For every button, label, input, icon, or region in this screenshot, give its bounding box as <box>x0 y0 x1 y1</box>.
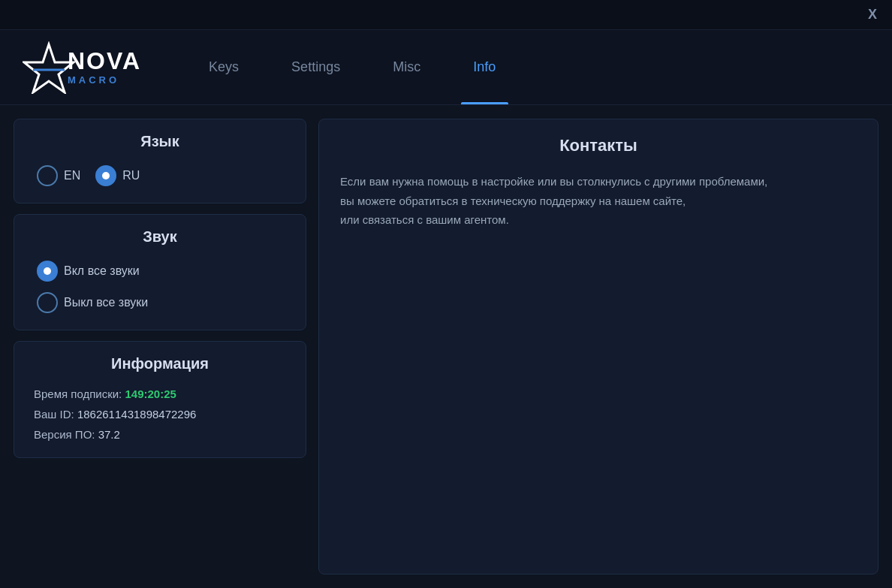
sound-on-radio[interactable] <box>37 261 58 282</box>
language-en-radio[interactable] <box>37 165 58 186</box>
left-panel: Язык EN RU Звук Вкл все звуки <box>14 119 306 574</box>
sound-on-label: Вкл все звуки <box>64 264 140 278</box>
information-rows: Время подписки: 149:20:25 Ваш ID: 186261… <box>31 384 289 444</box>
contacts-title: Контакты <box>340 136 857 155</box>
sound-card: Звук Вкл все звуки Выкл все звуки <box>14 214 306 330</box>
sound-on-option[interactable]: Вкл все звуки <box>37 261 283 282</box>
subscription-time-value: 149:20:25 <box>125 387 176 400</box>
sound-title: Звук <box>31 228 289 246</box>
tab-misc[interactable]: Misc <box>370 30 443 104</box>
language-title: Язык <box>31 133 289 150</box>
logo-text: NOVA MACRO <box>68 49 141 86</box>
information-card: Информация Время подписки: 149:20:25 Ваш… <box>14 341 306 458</box>
sound-off-option[interactable]: Выкл все звуки <box>37 292 283 313</box>
version-label: Версия ПО: <box>34 428 95 441</box>
language-card: Язык EN RU <box>14 119 306 204</box>
sound-off-label: Выкл все звуки <box>64 296 148 309</box>
language-ru-radio[interactable] <box>95 165 116 186</box>
sound-off-radio[interactable] <box>37 292 58 313</box>
right-panel: Контакты Если вам нужна помощь в настрой… <box>318 119 878 574</box>
tab-settings[interactable]: Settings <box>269 30 363 104</box>
user-id-row: Ваш ID: 1862611431898472296 <box>34 408 286 421</box>
sound-options: Вкл все звуки Выкл все звуки <box>31 258 289 316</box>
contact-text: Если вам нужна помощь в настройке или вы… <box>340 172 857 230</box>
logo: NOVA MACRO <box>23 41 141 94</box>
content-area: Язык EN RU Звук Вкл все звуки <box>0 105 892 588</box>
version-row: Версия ПО: 37.2 <box>34 428 286 441</box>
language-en-option[interactable]: EN <box>37 165 80 186</box>
language-options: EN RU <box>31 162 289 189</box>
logo-nova-label: NOVA <box>68 49 141 73</box>
header: NOVA MACRO Keys Settings Misc Info <box>0 30 892 105</box>
version-value: 37.2 <box>98 428 120 441</box>
subscription-time-row: Время подписки: 149:20:25 <box>34 387 286 400</box>
user-id-label: Ваш ID: <box>34 408 74 421</box>
logo-macro-label: MACRO <box>68 74 141 86</box>
close-button[interactable]: X <box>862 5 883 26</box>
language-ru-label: RU <box>122 169 140 182</box>
titlebar: X <box>0 0 892 30</box>
svg-marker-0 <box>24 44 74 92</box>
user-id-value: 1862611431898472296 <box>77 408 197 421</box>
tab-keys[interactable]: Keys <box>186 30 261 104</box>
language-ru-option[interactable]: RU <box>95 165 140 186</box>
information-title: Информация <box>31 355 289 372</box>
main-nav: Keys Settings Misc Info <box>186 30 518 104</box>
subscription-time-label: Время подписки: <box>34 387 122 400</box>
language-en-label: EN <box>64 169 80 182</box>
tab-info[interactable]: Info <box>451 30 518 104</box>
